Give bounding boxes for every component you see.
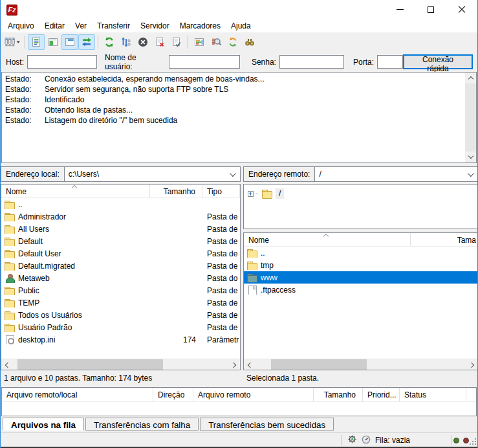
remote-horizontal-scrollbar[interactable] [244,359,478,370]
username-input[interactable] [169,55,240,69]
folder-icon [5,212,15,221]
refresh-button[interactable] [101,34,118,50]
queue-column-prioridade[interactable]: Priorid... [363,388,400,401]
tree-expander-icon[interactable] [248,191,254,197]
menu-marcadores[interactable]: Marcadores [175,20,226,32]
filezilla-window: Fz ArquivoEditarVerTransferirServidorMar… [0,0,478,448]
maximize-button[interactable] [415,0,446,19]
menu-arquivo[interactable]: Arquivo [3,20,39,32]
tree-item-label: / [276,188,284,199]
toggle-queue-button[interactable] [78,34,95,50]
scroll-left-button[interactable] [244,359,255,370]
file-row[interactable]: Todos os Usuários Pasta de [1,309,240,321]
scroll-up-button[interactable] [465,73,476,84]
log-message: Identificado [45,95,84,105]
reconnect-button[interactable] [168,34,185,50]
log-vertical-scrollbar[interactable] [465,73,476,162]
file-row[interactable]: desktop.ini 174 Parâmetr [1,333,240,346]
tree-item-root[interactable]: / [244,185,478,199]
file-row[interactable]: Metaweb Pasta do [1,272,240,284]
quickconnect-button[interactable]: Conexão rápida [403,54,473,69]
host-input[interactable] [27,55,97,69]
column-header-tamanho[interactable]: Tama [411,233,478,246]
file-row[interactable]: Usuário Padrão Pasta de [1,321,240,333]
file-row[interactable]: Default.migrated Pasta de [1,260,240,272]
menu-servidor[interactable]: Servidor [135,20,175,32]
toggle-log-button[interactable] [28,34,45,50]
file-row[interactable]: Default User Pasta de [1,247,240,260]
queue-column-arquivo-remoto-local[interactable]: Arquivo remoto/local [2,388,153,401]
log-message: Obtendo lista de pastas... [45,105,133,115]
scroll-down-button[interactable] [465,151,476,162]
scroll-right-button[interactable] [467,359,478,370]
menu-ver[interactable]: Ver [70,20,92,32]
column-header-tipo[interactable]: Tipo [202,185,240,197]
file-row[interactable]: Default Pasta de [1,235,240,247]
reconnect-icon [171,37,182,47]
scrollbar-thumb[interactable] [17,359,163,370]
file-row[interactable]: .ftpaccess [244,284,478,296]
chevron-down-icon[interactable] [230,170,236,177]
transfer-mode-gear-icon[interactable]: A [347,434,357,446]
tab-failed-transfers[interactable]: Transferências com falha [85,418,199,431]
compare-directories-button[interactable] [208,34,224,50]
queue-column-direcao[interactable]: Direção [153,388,193,401]
folder-icon [262,189,272,198]
file-type: Pasta do [202,274,240,283]
toggle-local-tree-button[interactable] [45,34,61,50]
chevron-down-icon[interactable] [468,170,474,177]
close-button[interactable] [446,0,477,19]
tab-queued-files[interactable]: Arquivos na fila [3,418,84,431]
process-queue-button[interactable] [118,34,135,50]
folder-icon [247,249,257,258]
minimize-button[interactable] [384,0,415,19]
scrollbar-thumb[interactable] [271,359,367,370]
file-row[interactable]: tmp [244,259,478,271]
chevron-left-icon [5,362,10,367]
remote-address-bar: Endereço remoto: / [243,166,478,183]
file-row[interactable]: .. [244,247,478,259]
file-row[interactable]: .. [1,198,240,210]
host-label: Host: [6,58,24,67]
port-input[interactable] [377,55,403,69]
queue-column-status[interactable]: Status [400,388,466,401]
file-name: Default.migrated [18,262,75,271]
tab-successful-transfers[interactable]: Transferências bem sucedidas [200,418,334,431]
local-horizontal-scrollbar[interactable] [1,359,240,370]
file-row[interactable]: www [244,271,478,284]
toggle-remote-tree-button[interactable] [61,34,78,50]
disconnect-button[interactable] [151,34,168,50]
column-header-tamanho[interactable]: Tamanho [150,185,202,197]
log-line: Estado: Conexão estabelecida, esperando … [2,74,476,84]
remote-address-combo[interactable]: / [314,166,478,182]
queue-column-arquivo-remoto[interactable]: Arquivo remoto [193,388,314,401]
toolbar [1,32,477,52]
user-icon [5,274,15,283]
site-manager-button[interactable] [3,34,22,50]
local-address-combo[interactable]: c:\Users\ [64,166,241,182]
find-files-button[interactable] [241,34,258,50]
menu-transferir[interactable]: Transferir [92,20,135,32]
password-input[interactable] [279,55,344,69]
scrollbar-thumb[interactable] [465,84,476,151]
filter-button[interactable] [191,34,208,50]
speed-limits-icon[interactable] [362,435,371,446]
menu-editar[interactable]: Editar [39,20,70,32]
process-queue-icon [121,37,131,47]
file-type: Pasta de [202,286,240,295]
file-row[interactable]: Administrador Pasta de [1,210,240,223]
refresh-icon [104,37,114,47]
file-row[interactable]: All Users Pasta de [1,223,240,235]
resize-grip[interactable] [475,443,476,445]
file-icon [247,286,257,295]
queue-column-tamanho[interactable]: Tamanho [314,388,363,401]
synchronized-browsing-button[interactable] [224,34,241,50]
scroll-left-button[interactable] [1,359,12,370]
scroll-right-button[interactable] [229,359,240,370]
cancel-button[interactable] [135,34,151,50]
filter-icon [194,37,204,47]
file-row[interactable]: Public Pasta de [1,284,240,297]
folder-link-icon [247,273,257,282]
file-row[interactable]: TEMP Pasta de [1,297,240,309]
menu-ajuda[interactable]: Ajuda [226,20,256,32]
